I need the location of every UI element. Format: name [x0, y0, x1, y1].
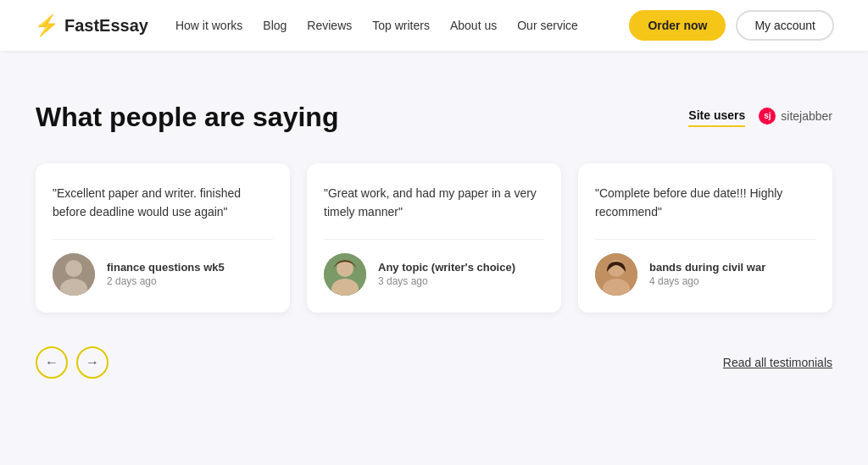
testimonial-card-3: "Complete before due date!!! Highly reco… — [578, 163, 832, 313]
main-content: What people are saying Site users sj sit… — [19, 51, 849, 412]
card-footer-2: Any topic (writer's choice) 3 days ago — [324, 253, 544, 296]
avatar-1 — [53, 253, 95, 296]
section-header: What people are saying Site users sj sit… — [36, 102, 832, 133]
nav-top-writers[interactable]: Top writers — [372, 19, 430, 32]
read-all-testimonials-button[interactable]: Read all testimonials — [723, 356, 832, 369]
nav-arrows: ← → — [36, 346, 108, 379]
card-divider-2 — [324, 239, 544, 240]
sitejabber-icon: sj — [759, 108, 776, 125]
testimonial-card-2: "Great work, and had my paper in a very … — [307, 163, 561, 313]
logo-icon: ⚡ — [34, 14, 59, 37]
card-topic-3: bands during civil war — [649, 261, 765, 274]
card-info-1: finance questions wk5 2 days ago — [107, 261, 225, 287]
card-quote-1: "Excellent paper and writer. finished be… — [53, 184, 273, 222]
card-info-3: bands during civil war 4 days ago — [649, 261, 765, 287]
header-buttons: Order now My account — [629, 10, 834, 41]
testimonial-card-1: "Excellent paper and writer. finished be… — [36, 163, 290, 313]
card-info-2: Any topic (writer's choice) 3 days ago — [378, 261, 515, 287]
card-footer-3: bands during civil war 4 days ago — [595, 253, 815, 296]
main-nav: How it works Blog Reviews Top writers Ab… — [175, 19, 629, 32]
card-divider-1 — [53, 239, 273, 240]
my-account-button[interactable]: My account — [736, 10, 834, 41]
tab-site-users[interactable]: Site users — [688, 108, 745, 127]
avatar-3 — [595, 253, 637, 296]
logo-text: FastEssay — [64, 16, 148, 36]
prev-arrow-button[interactable]: ← — [36, 346, 68, 379]
nav-blog[interactable]: Blog — [263, 19, 287, 32]
card-topic-2: Any topic (writer's choice) — [378, 261, 515, 274]
nav-our-service[interactable]: Our service — [517, 19, 578, 32]
card-time-2: 3 days ago — [378, 275, 515, 287]
nav-how-it-works[interactable]: How it works — [175, 19, 242, 32]
card-footer-1: finance questions wk5 2 days ago — [53, 253, 273, 296]
card-topic-1: finance questions wk5 — [107, 261, 225, 274]
card-divider-3 — [595, 239, 815, 240]
nav-reviews[interactable]: Reviews — [307, 19, 352, 32]
logo[interactable]: ⚡ FastEssay — [34, 14, 148, 37]
tab-sitejabber[interactable]: sj sitejabber — [759, 108, 832, 128]
card-time-3: 4 days ago — [649, 275, 765, 287]
card-quote-2: "Great work, and had my paper in a very … — [324, 184, 544, 222]
tabs: Site users sj sitejabber — [688, 108, 832, 128]
site-header: ⚡ FastEssay How it works Blog Reviews To… — [0, 0, 868, 51]
svg-point-1 — [65, 260, 82, 277]
card-quote-3: "Complete before due date!!! Highly reco… — [595, 184, 815, 222]
testimonials-cards: "Excellent paper and writer. finished be… — [36, 163, 832, 313]
avatar-2 — [324, 253, 366, 296]
nav-about-us[interactable]: About us — [450, 19, 497, 32]
sitejabber-label: sitejabber — [781, 109, 832, 123]
order-now-button[interactable]: Order now — [629, 10, 726, 41]
nav-controls: ← → Read all testimonials — [36, 346, 832, 379]
next-arrow-button[interactable]: → — [76, 346, 108, 379]
card-time-1: 2 days ago — [107, 275, 225, 287]
section-title: What people are saying — [36, 102, 338, 133]
